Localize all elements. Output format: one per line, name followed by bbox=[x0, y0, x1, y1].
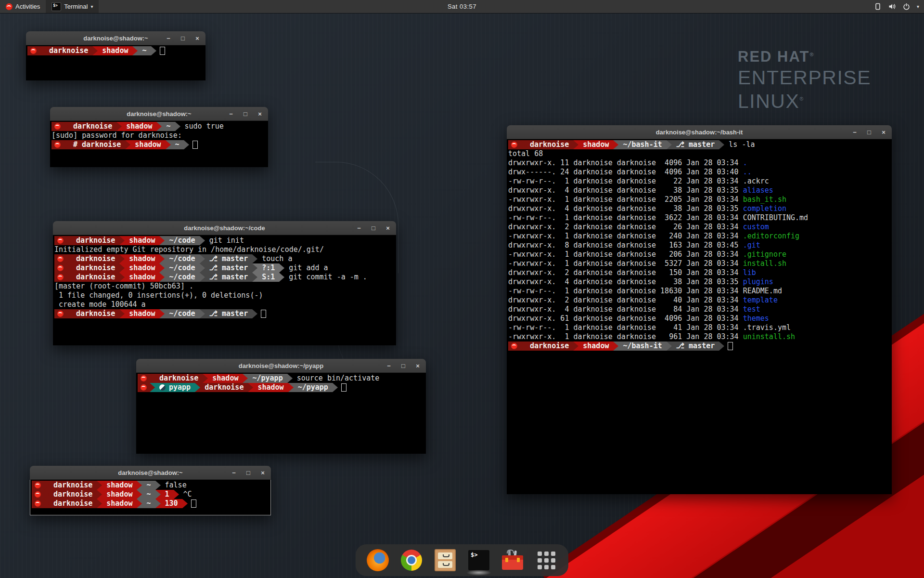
prompt-segment: ?:1 bbox=[257, 263, 279, 273]
command-text: git commit -a -m . bbox=[284, 273, 367, 282]
maximize-button[interactable]: □ bbox=[180, 35, 186, 41]
output-text: .ackrc bbox=[743, 177, 769, 186]
minimize-button[interactable]: − bbox=[356, 225, 362, 231]
terminal-content[interactable]: darknoiseshadow~ bbox=[26, 45, 205, 80]
window-title: darknoise@shadow:~/pyapp bbox=[239, 362, 323, 369]
powerline-separator bbox=[150, 374, 155, 383]
titlebar[interactable]: darknoise@shadow:~/bash-it − □ × bbox=[507, 125, 892, 139]
redhat-icon bbox=[141, 375, 147, 381]
minimize-button[interactable]: − bbox=[165, 35, 172, 41]
volume-icon[interactable] bbox=[888, 2, 896, 11]
powerline-separator bbox=[243, 374, 248, 383]
titlebar[interactable]: darknoise@shadow:~ − □ × bbox=[50, 107, 268, 121]
terminal-line: [master (root-commit) 50bcb63] . bbox=[54, 282, 396, 291]
cursor bbox=[728, 342, 733, 350]
powerline-separator bbox=[719, 342, 724, 351]
dock-item-firefox[interactable] bbox=[366, 549, 389, 572]
prompt-segment: darknoise bbox=[72, 263, 119, 273]
prompt-segment bbox=[54, 263, 66, 273]
close-button[interactable]: × bbox=[259, 470, 266, 476]
powerline-separator bbox=[159, 263, 165, 273]
prompt-segment: ~/code bbox=[165, 309, 199, 318]
dock-item-terminal[interactable]: $> bbox=[467, 549, 490, 572]
terminal-content[interactable]: darknoiseshadow~ falsedarknoiseshadow~1 … bbox=[30, 480, 271, 515]
power-icon[interactable] bbox=[902, 2, 911, 11]
powerline-separator bbox=[97, 490, 102, 499]
prompt-segment: shadow bbox=[98, 46, 132, 55]
window-title: darknoise@shadow:~ bbox=[118, 469, 182, 476]
minimize-button[interactable]: − bbox=[231, 470, 237, 476]
powerline-separator bbox=[66, 309, 72, 318]
powerline-separator bbox=[155, 499, 161, 508]
titlebar[interactable]: darknoise@shadow:~/pyapp − □ × bbox=[136, 359, 426, 373]
running-indicator bbox=[466, 570, 491, 576]
terminal-line: -rwxrwxr-x. 1 darknoise darknoise 5327 J… bbox=[508, 259, 892, 268]
dock-item-app-grid[interactable] bbox=[535, 549, 558, 572]
close-button[interactable]: × bbox=[880, 129, 887, 135]
prompt-segment: darknoise bbox=[45, 46, 92, 55]
close-button[interactable]: × bbox=[194, 35, 201, 41]
dock-item-files[interactable] bbox=[434, 549, 457, 572]
terminal-line: drwxrwxr-x. 2 darknoise darknoise 150 Ja… bbox=[508, 268, 892, 277]
close-button[interactable]: × bbox=[414, 363, 421, 369]
close-button[interactable]: × bbox=[257, 111, 263, 117]
minimize-button[interactable]: − bbox=[385, 363, 392, 369]
prompt-segment: ~ bbox=[142, 490, 155, 499]
redhat-icon bbox=[57, 256, 64, 262]
terminal-content[interactable]: darknoiseshadow~/bash-it⎇ master ls -lat… bbox=[507, 139, 892, 494]
prompt-segment: shadow bbox=[130, 140, 165, 149]
terminal-window: darknoise@shadow:~/bash-it − □ × darknoi… bbox=[507, 125, 892, 494]
powerline-separator bbox=[279, 273, 284, 282]
battery-icon[interactable] bbox=[873, 2, 882, 11]
dock-item-chrome[interactable] bbox=[400, 549, 423, 572]
titlebar[interactable]: darknoise@shadow:~/code − □ × bbox=[53, 221, 396, 235]
minimize-button[interactable]: − bbox=[851, 129, 858, 135]
powerline-separator bbox=[119, 309, 125, 318]
output-text: [sudo] password for darknoise: bbox=[51, 131, 182, 140]
terminal-line: -rwxrwxr-x. 1 darknoise darknoise 2205 J… bbox=[508, 195, 892, 204]
terminal-line: darknoiseshadow~/bash-it⎇ master ls -la bbox=[508, 140, 892, 149]
file-name: themes bbox=[743, 314, 769, 323]
activities-label: Activities bbox=[15, 3, 40, 10]
maximize-button[interactable]: □ bbox=[245, 470, 252, 476]
maximize-button[interactable]: □ bbox=[400, 363, 407, 369]
powerline-separator bbox=[252, 309, 257, 318]
prompt-segment: S:1 bbox=[257, 273, 279, 282]
dock-item-toolbox[interactable] bbox=[501, 549, 524, 572]
powerline-separator bbox=[66, 254, 72, 263]
dock: $> bbox=[356, 544, 568, 576]
output-text: -rw-rw-r--. 1 darknoise darknoise 18630 … bbox=[508, 287, 743, 296]
powerline-separator bbox=[200, 309, 205, 318]
powerline-separator bbox=[182, 499, 188, 508]
terminal-content[interactable]: darknoiseshadow~/code git initInitialize… bbox=[53, 235, 396, 345]
caret-down-icon[interactable]: ▾ bbox=[917, 4, 919, 9]
maximize-button[interactable]: □ bbox=[370, 225, 377, 231]
terminal-content[interactable]: darknoiseshadow~/pyapp source bin/activa… bbox=[136, 373, 426, 454]
minimize-button[interactable]: − bbox=[228, 111, 234, 117]
rhel-logo-line1: RED HAT® bbox=[738, 48, 871, 66]
activities-button[interactable]: Activities bbox=[0, 0, 46, 13]
maximize-button[interactable]: □ bbox=[866, 129, 873, 135]
cursor bbox=[160, 47, 165, 55]
app-menu-terminal[interactable]: $> Terminal ▾ bbox=[46, 0, 99, 13]
command-text: touch a bbox=[257, 254, 292, 263]
titlebar[interactable]: darknoise@shadow:~ − □ × bbox=[26, 31, 205, 45]
terminal-line: drwxrwxr-x. 4 darknoise darknoise 84 Jan… bbox=[508, 305, 892, 314]
close-button[interactable]: × bbox=[385, 225, 391, 231]
output-text: drwxrwxr-x. 11 darknoise darknoise 4096 … bbox=[508, 158, 743, 168]
terminal-content[interactable]: darknoiseshadow~ sudo true[sudo] passwor… bbox=[50, 121, 268, 167]
titlebar[interactable]: darknoise@shadow:~ − □ × bbox=[30, 466, 271, 480]
file-name: .editorconfig bbox=[743, 232, 799, 241]
latch bbox=[505, 558, 508, 562]
output-text: -rwxrwxr-x. 1 darknoise darknoise 961 Ja… bbox=[508, 332, 743, 342]
powerline-separator bbox=[200, 254, 205, 263]
prompt-segment: shadow bbox=[125, 263, 159, 273]
command-text: git add a bbox=[284, 263, 328, 273]
maximize-button[interactable]: □ bbox=[242, 111, 249, 117]
terminal-line: create mode 100644 a bbox=[54, 300, 396, 309]
powerline-separator bbox=[279, 263, 284, 273]
powerline-separator bbox=[159, 309, 165, 318]
cursor bbox=[192, 141, 198, 149]
clock[interactable]: Sat 03:57 bbox=[448, 3, 476, 10]
powerline-separator bbox=[200, 236, 205, 245]
